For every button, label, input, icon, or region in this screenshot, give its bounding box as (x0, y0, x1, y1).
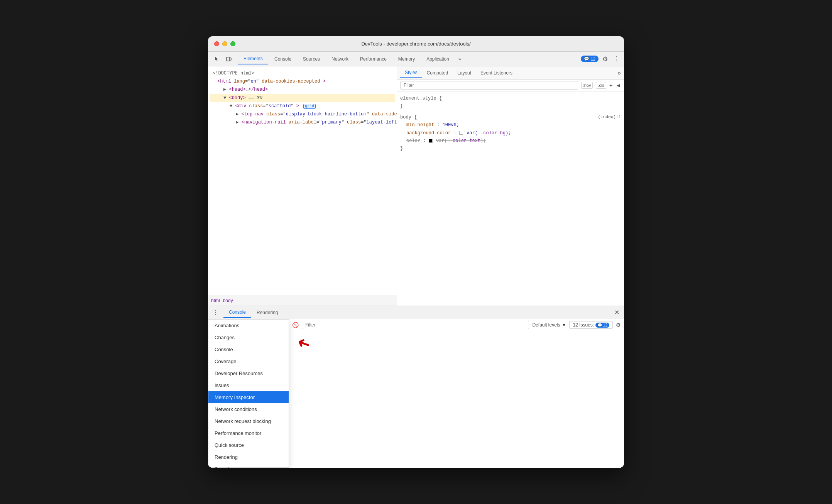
bottom-tab-bar: ⋮ Console Rendering ✕ (208, 306, 624, 319)
levels-chevron-icon: ▼ (562, 322, 567, 328)
issues-count: 12 (591, 57, 595, 61)
default-levels-button[interactable]: Default levels ▼ (532, 322, 566, 328)
console-clear-icon[interactable]: 🚫 (292, 322, 299, 328)
style-prop-minheight[interactable]: min-height : 100vh; (406, 121, 621, 129)
bottom-panel: ⋮ Console Rendering ✕ Animations Changes… (208, 306, 624, 468)
dom-line-body[interactable]: ▼ <body> == $0 (210, 94, 395, 102)
bottom-panel-menu-icon[interactable]: ⋮ (211, 308, 220, 317)
menu-item-developer-resources[interactable]: Developer Resources (208, 367, 289, 379)
navigate-style-button[interactable]: ◄ (616, 82, 621, 88)
dom-panel: <!DOCTYPE html> <html lang="en" data-coo… (208, 66, 397, 306)
tab-console[interactable]: Console (269, 54, 297, 64)
drawer-dropdown-menu: Animations Changes Console Coverage Deve… (208, 319, 289, 468)
menu-item-performance-monitor[interactable]: Performance monitor (208, 427, 289, 439)
tab-application[interactable]: Application (421, 54, 455, 64)
bottom-tab-rendering[interactable]: Rendering (251, 308, 283, 318)
menu-item-console[interactable]: Console (208, 343, 289, 355)
dom-tree: <!DOCTYPE html> <html lang="en" data-coo… (208, 66, 397, 295)
menu-item-issues[interactable]: Issues (208, 379, 289, 391)
menu-item-changes[interactable]: Changes (208, 331, 289, 343)
bottom-content: Animations Changes Console Coverage Deve… (208, 319, 624, 468)
style-selector: element.style { (400, 95, 621, 102)
more-tabs-button[interactable]: » (455, 54, 464, 64)
svg-rect-0 (227, 57, 230, 61)
tab-memory[interactable]: Memory (393, 54, 420, 64)
hov-button[interactable]: :hov (581, 82, 593, 89)
styles-toolbar: :hov .cls + ◄ (397, 79, 624, 91)
styles-filter-input[interactable] (400, 81, 578, 90)
tab-computed[interactable]: Computed (422, 69, 453, 77)
menu-item-rendering[interactable]: Rendering (208, 451, 289, 463)
menu-item-coverage[interactable]: Coverage (208, 355, 289, 367)
style-closing: } (400, 102, 621, 110)
body-selector: body { (400, 113, 417, 121)
issues-icon: 💬 (584, 56, 589, 61)
console-content-area: ➜ (289, 331, 624, 468)
maximize-button[interactable] (230, 41, 235, 46)
menu-item-search[interactable]: Search (208, 463, 289, 468)
tab-sources[interactable]: Sources (298, 54, 325, 64)
menu-item-network-request-blocking[interactable]: Network request blocking (208, 415, 289, 427)
tab-icons (211, 54, 234, 64)
more-options-icon[interactable]: ⋮ (612, 54, 621, 64)
body-closing: } (400, 145, 621, 152)
tab-performance[interactable]: Performance (355, 54, 392, 64)
dom-line-nav[interactable]: ▶ <navigation-rail aria-label="primary" … (210, 118, 395, 127)
styles-more-tabs-icon[interactable]: » (617, 69, 621, 76)
top-tab-bar: Elements Console Sources Network Perform… (208, 52, 624, 66)
style-prop-bgcolor[interactable]: background-color : var(--color-bg); (406, 129, 621, 137)
levels-label: Default levels (532, 322, 560, 328)
dom-line-doctype: <!DOCTYPE html> (210, 69, 395, 78)
dom-line-topnav[interactable]: ▶ <top-nav class="display-block hairline… (210, 110, 395, 118)
devtools-window: DevTools - developer.chrome.com/docs/dev… (208, 36, 624, 468)
tab-event-listeners[interactable]: Event Listeners (476, 69, 517, 77)
arrow-indicator: ➜ (297, 335, 310, 353)
styles-panel: Styles Computed Layout Event Listeners »… (397, 66, 624, 306)
traffic-lights (214, 41, 235, 46)
tab-network[interactable]: Network (326, 54, 354, 64)
dom-line-html[interactable]: <html lang="en" data-cookies-accepted > (210, 78, 395, 86)
style-prop-color[interactable]: color : var(--color-text); (406, 137, 621, 145)
bgcolor-swatch[interactable] (459, 131, 463, 135)
bottom-tab-console[interactable]: Console (223, 307, 251, 318)
dom-line-head[interactable]: ▶ <head>…</head> (210, 86, 395, 94)
minimize-button[interactable] (222, 41, 227, 46)
console-area: 🚫 Default levels ▼ 12 Issues: 💬 12 ⚙ (289, 319, 624, 468)
styles-content: element.style { } body { (index):1 min-h… (397, 91, 624, 306)
settings-icon[interactable]: ⚙ (601, 54, 609, 64)
tab-layout[interactable]: Layout (453, 69, 476, 77)
style-source[interactable]: (index):1 (598, 113, 621, 121)
breadcrumb-body[interactable]: body (223, 298, 233, 303)
tab-styles[interactable]: Styles (400, 68, 422, 78)
menu-item-network-conditions[interactable]: Network conditions (208, 403, 289, 415)
console-toolbar: 🚫 Default levels ▼ 12 Issues: 💬 12 ⚙ (289, 319, 624, 331)
grid-badge[interactable]: grid (303, 104, 316, 109)
add-style-button[interactable]: + (609, 82, 612, 88)
menu-item-animations[interactable]: Animations (208, 320, 289, 331)
main-content: <!DOCTYPE html> <html lang="en" data-coo… (208, 66, 624, 306)
cursor-icon[interactable] (211, 54, 222, 64)
window-title: DevTools - developer.chrome.com/docs/dev… (361, 41, 470, 47)
close-bottom-panel-button[interactable]: ✕ (613, 307, 621, 318)
red-arrow-icon: ➜ (294, 333, 313, 355)
breadcrumb: html body (208, 295, 397, 306)
issues-count-label: 12 Issues: (573, 322, 594, 328)
device-icon[interactable] (223, 54, 234, 64)
issues-count-badge[interactable]: 12 Issues: 💬 12 (569, 321, 613, 329)
console-settings-icon[interactable]: ⚙ (616, 322, 621, 328)
title-bar: DevTools - developer.chrome.com/docs/dev… (208, 36, 624, 52)
menu-item-memory-inspector[interactable]: Memory Inspector (208, 391, 289, 403)
svg-rect-1 (230, 58, 231, 60)
tab-elements[interactable]: Elements (238, 54, 268, 64)
styles-tabs: Styles Computed Layout Event Listeners » (397, 66, 624, 79)
color-swatch[interactable] (429, 139, 433, 143)
close-button[interactable] (214, 41, 219, 46)
breadcrumb-html[interactable]: html (211, 298, 220, 303)
console-filter-input[interactable] (302, 321, 529, 329)
issues-count-icon: 💬 12 (595, 323, 609, 328)
issues-badge[interactable]: 💬 12 (581, 56, 599, 62)
cls-button[interactable]: .cls (596, 82, 606, 89)
dom-line-div[interactable]: ▼ <div class="scaffold" > grid (210, 102, 395, 110)
style-rule-element: element.style { } (400, 95, 621, 110)
menu-item-quick-source[interactable]: Quick source (208, 439, 289, 451)
